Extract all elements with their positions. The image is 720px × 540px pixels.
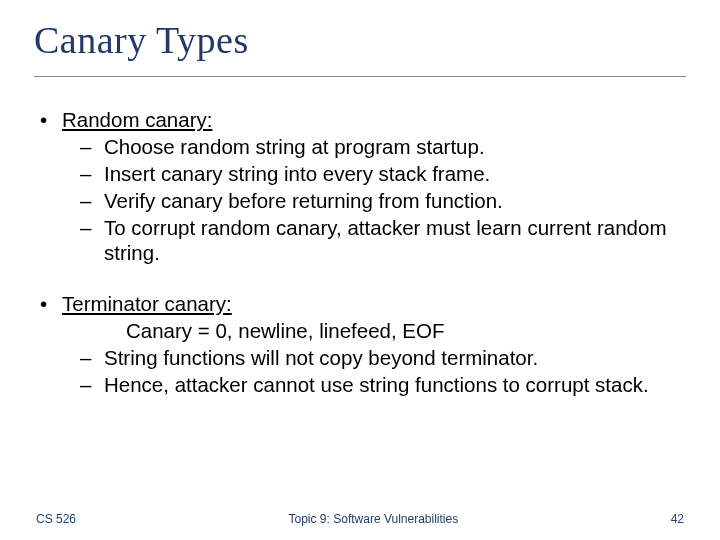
bullet-random: Random canary: Choose random string at p…: [34, 107, 686, 265]
footer-page: 42: [671, 512, 684, 526]
bullet-terminator: Terminator canary: Canary = 0, newline, …: [34, 291, 686, 397]
terminator-item-1: String functions will not copy beyond te…: [62, 345, 686, 370]
slide: Canary Types Random canary: Choose rando…: [0, 0, 720, 540]
bullet-list: Random canary: Choose random string at p…: [34, 107, 686, 397]
terminator-head: Terminator canary:: [62, 291, 232, 316]
random-item-2: Insert canary string into every stack fr…: [62, 161, 686, 186]
terminator-formula: Canary = 0, newline, linefeed, EOF: [62, 318, 686, 343]
random-item-1: Choose random string at program startup.: [62, 134, 686, 159]
slide-title: Canary Types: [34, 18, 686, 62]
terminator-sublist: String functions will not copy beyond te…: [62, 345, 686, 397]
random-sublist: Choose random string at program startup.…: [62, 134, 686, 265]
terminator-item-2: Hence, attacker cannot use string functi…: [62, 372, 686, 397]
footer-course: CS 526: [36, 512, 76, 526]
random-item-3: Verify canary before returning from func…: [62, 188, 686, 213]
random-item-4: To corrupt random canary, attacker must …: [62, 215, 686, 265]
slide-footer: CS 526 42 Topic 9: Software Vulnerabilit…: [0, 512, 720, 526]
random-head: Random canary:: [62, 107, 212, 132]
footer-topic: Topic 9: Software Vulnerabilities: [36, 512, 684, 526]
slide-body: Random canary: Choose random string at p…: [34, 107, 686, 397]
title-container: Canary Types: [34, 18, 686, 77]
